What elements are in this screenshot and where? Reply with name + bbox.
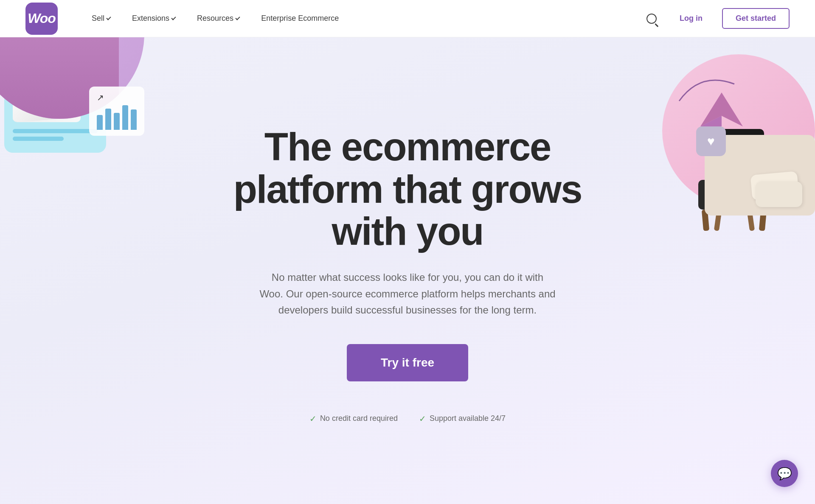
bar-5 [131,109,137,130]
nav-item-sell[interactable]: Sell [83,10,119,27]
search-button[interactable] [643,10,660,27]
nav-item-enterprise[interactable]: Enterprise Ecommerce [253,10,347,27]
chevron-down-icon [235,15,240,20]
check-icon: ✓ [309,414,317,424]
bar-1 [97,115,103,130]
hero-content: The ecommerce platform that grows with y… [225,126,590,423]
chevron-down-icon [106,15,111,20]
header: Woo Sell Extensions Resources Enterprise… [0,0,815,37]
bar-2 [105,109,111,130]
get-started-button[interactable]: Get started [722,8,790,29]
trend-arrow-icon: ↗ [97,92,137,103]
nav-item-resources[interactable]: Resources [188,10,248,27]
chat-icon: 💬 [777,467,792,481]
chat-button[interactable]: 💬 [771,460,798,487]
soap-product-card: ♥ [705,135,815,216]
chart-card: ↗ [89,87,144,136]
soap-shapes [751,173,807,207]
header-actions: Log in Get started [643,8,790,29]
chevron-down-icon [171,15,176,20]
logo[interactable]: Woo [25,3,58,35]
check-icon: ✓ [419,414,426,424]
hero-title: The ecommerce platform that grows with y… [225,126,590,252]
hero-section: + ↗ [0,37,815,504]
deco-right: ♥ [654,54,815,216]
trust-badges: ✓ No credit card required ✓ Support avai… [225,414,590,424]
product-line-short [13,137,64,141]
chart-bars [97,104,137,130]
search-icon [646,14,657,24]
main-nav: Sell Extensions Resources Enterprise Eco… [83,10,643,27]
support-badge: ✓ Support available 24/7 [419,414,506,424]
heart-badge: ♥ [696,126,726,156]
logo-text: Woo [28,11,56,26]
no-credit-card-badge: ✓ No credit card required [309,414,398,424]
nav-item-extensions[interactable]: Extensions [124,10,184,27]
hero-subtitle: No matter what success looks like for yo… [259,269,556,318]
login-button[interactable]: Log in [673,10,709,27]
logo-box: Woo [25,3,58,35]
bar-3 [114,113,120,130]
try-it-free-button[interactable]: Try it free [347,344,468,381]
bar-4 [122,105,128,130]
deco-left: + ↗ [0,71,136,144]
product-line-full [13,129,98,133]
product-lines [13,129,98,141]
